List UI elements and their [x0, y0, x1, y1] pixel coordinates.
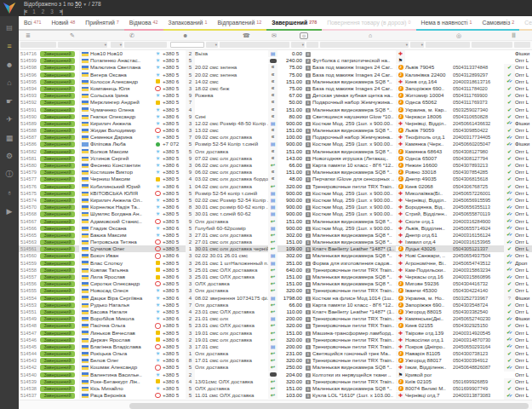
- order-row[interactable]: 514592ЗавершенийМерклингер Андрей+380 57…: [19, 99, 532, 106]
- order-row[interactable]: 514551ЗавершенийБасова Наталя✳+380 5423.…: [19, 308, 532, 315]
- order-row[interactable]: 514716ЗавершенийНов10 Нов10✳+380 52Вьіза…: [19, 50, 532, 57]
- order-row[interactable]: 514595ЗавершенийКолосок Александр+380 62…: [19, 78, 532, 85]
- order-row[interactable]: 514575ЗавершенийКВІТОВСЬКА ЮЛІЯ+380 55Ро…: [19, 190, 532, 197]
- order-row[interactable]: 514596ЗавершенийВегера Оксана✳+380 5520.…: [19, 72, 532, 78]
- tab-2[interactable]: Прийнятий7: [80, 16, 123, 31]
- order-row[interactable]: 514570ЗавершенийКорнелюк Надія Та..✳+380…: [19, 204, 532, 210]
- stats-icon[interactable]: ▦: [0, 129, 19, 147]
- page-2-button[interactable]: 2: [42, 9, 45, 14]
- first-page-button[interactable]: |«: [24, 9, 26, 14]
- order-row[interactable]: 514566ЗавершенийГладик Оксана✳+380 65Гол…: [19, 225, 532, 232]
- order-row[interactable]: 514542ЗавершенийКошмак Александр+380 55О…: [19, 364, 532, 371]
- integrations-icon[interactable]: ♁: [0, 184, 19, 203]
- column-filter-select[interactable]: [220, 42, 289, 48]
- order-row[interactable]: 514544ЗавершенийРокіцька Ольга✳+380 51Ол…: [19, 350, 532, 357]
- phone-filter-input[interactable]: [170, 42, 204, 48]
- window-icon[interactable]: ▤: [0, 19, 19, 37]
- column-filter-select[interactable]: [426, 42, 470, 48]
- order-row[interactable]: 514589ЗавершенийКирилич Анжела✳+380 5312…: [19, 120, 532, 127]
- tab-7[interactable]: Повернення товару (в дорозі)0: [322, 16, 415, 31]
- order-status: Завершений: [40, 190, 79, 197]
- page-size-dropdown[interactable]: 50: [75, 1, 81, 8]
- order-row[interactable]: 514576ЗавершенийКобилинський Юрий✳+380 6…: [19, 183, 532, 190]
- column-filter-select[interactable]: ▾: [410, 42, 424, 48]
- order-row[interactable]: 514582ЗавершенийВолков Максим✳+380 55Олх…: [19, 148, 532, 155]
- scrollbar-thumb[interactable]: [129, 403, 529, 409]
- order-row[interactable]: 514549ЗавершенийВоробйов Микола✳+380 622…: [19, 315, 532, 322]
- order-row[interactable]: 514593ЗавершенийСольська Ірина✳+380 59Ро…: [19, 92, 532, 99]
- order-row[interactable]: 514554ЗавершенийДацюк Віра Сергіївна✳+38…: [19, 295, 532, 302]
- order-row[interactable]: 514567ЗавершенийАдамовский Станис..+380 …: [19, 218, 532, 225]
- order-row[interactable]: 514581ЗавершенийУстинов Сергей✳+380 5907…: [19, 155, 532, 162]
- order-row[interactable]: 514538ЗавершенийКісь Михайло✳+380 55ОЛХ …: [19, 385, 532, 392]
- order-row[interactable]: 514587ЗавершенийСеменюк Дарина✳+380 5709…: [19, 134, 532, 141]
- order-row[interactable]: 514555ЗавершенийНовосад Олеся✳+380 53Олх…: [19, 287, 532, 294]
- order-row[interactable]: 514568ЗавершенийШумляс Богдана Ан..✳+380…: [19, 210, 532, 217]
- order-row[interactable]: 514560ЗавершенийБокоч Иван+380 6302.02 3…: [19, 252, 532, 259]
- bank-icon[interactable]: ⌂: [0, 74, 19, 93]
- quantity-cell: 1: [304, 190, 312, 197]
- quantity-cell: 1: [304, 280, 312, 287]
- column-filter-select[interactable]: ▾: [320, 42, 409, 48]
- quantity-badge: 1: [306, 142, 311, 147]
- order-row[interactable]: 514539ЗавершенийРоке-Бетанкурт Лін..+380…: [19, 378, 532, 385]
- order-row[interactable]: 514577ЗавершенийЧерниш Максим+380 5403.0…: [19, 176, 532, 182]
- order-row[interactable]: 514537ЗавершенийРаца Вероніка+380 5511.0…: [19, 392, 532, 399]
- order-row[interactable]: 514558ЗавершенийКовпак Татьяна+380 5525.…: [19, 267, 532, 274]
- tab-3[interactable]: Відмова42: [124, 16, 163, 31]
- order-row[interactable]: 514588ЗавершенийЖидак Володимир+380 6313…: [19, 127, 532, 134]
- tab-9[interactable]: Самовивіз2: [477, 16, 519, 31]
- column-filter-select[interactable]: [124, 42, 167, 48]
- column-filter-select[interactable]: [306, 42, 318, 48]
- tab-zavershenyi-active[interactable]: Завершений278: [266, 16, 322, 31]
- order-row[interactable]: 514565ЗавершенийБаюка Максим✳+380 5327.0…: [19, 232, 532, 239]
- order-row[interactable]: 514591ЗавершенийЧумаченко Олена✳+380 54«…: [19, 107, 532, 113]
- order-row[interactable]: 514563ЗавершенийПетровська Тетяна+380 52…: [19, 239, 532, 245]
- tab-1[interactable]: Новий48: [46, 16, 80, 31]
- column-filter-select[interactable]: ▾: [111, 42, 123, 48]
- order-row[interactable]: 514556ЗавершенийСиротюк Олександр+380 53…: [19, 280, 532, 287]
- column-filter-select[interactable]: [20, 42, 56, 48]
- order-row[interactable]: 514580ЗавершенийФесенко Константин✳+380 …: [19, 162, 532, 169]
- clients-icon[interactable]: ☻: [0, 55, 19, 74]
- column-filter-select[interactable]: ▾: [291, 42, 305, 48]
- order-row[interactable]: 514586ЗавершенийФіліпова Люба+7 0725Розм…: [19, 141, 532, 147]
- send-icon[interactable]: ✈: [0, 111, 19, 130]
- order-row[interactable]: 514574ЗавершенийКирилич Анжела Ол..✳+380…: [19, 197, 532, 204]
- info-icon[interactable]: ⓘ: [0, 165, 19, 184]
- settings-icon[interactable]: ⚙: [0, 147, 19, 166]
- app-logo-icon[interactable]: [3, 2, 16, 14]
- order-row[interactable]: 514557ЗавершенийЛила Ярослав+380 6325.01…: [19, 274, 532, 280]
- payments-icon[interactable]: ☛: [0, 92, 19, 111]
- order-row[interactable]: 514547ЗавершенийЛиньков Вячеслав+380 531…: [19, 330, 532, 337]
- order-row[interactable]: 514598ЗавершенийМалютина Светлана✳+380 5…: [19, 64, 532, 71]
- order-row[interactable]: 514553ЗавершенийРудько Наталья✳+380 57Ол…: [19, 302, 532, 308]
- last-page-button[interactable]: »|: [60, 9, 62, 14]
- page-1-button[interactable]: 1: [32, 9, 36, 14]
- video-icon[interactable]: ▶: [0, 202, 19, 221]
- payment-cell: ▤: [268, 120, 277, 127]
- column-filter-select[interactable]: ▾: [206, 42, 218, 48]
- column-filter-select[interactable]: ▾: [58, 42, 107, 48]
- column-filter-select[interactable]: [472, 42, 512, 48]
- order-row[interactable]: 514548ЗавершенийПасічна Ольга+380 5523.0…: [19, 322, 532, 329]
- order-row[interactable]: 514590ЗавершенийГнатюк Олександр✳+380 69…: [19, 113, 532, 120]
- order-row[interactable]: 514540ЗавершенийВалентина Василье..✳+380…: [19, 372, 532, 378]
- horizontal-scrollbar[interactable]: [19, 400, 532, 409]
- order-row[interactable]: 514599ЗавершенийПотапенко Анастас..✳+380…: [19, 57, 532, 64]
- order-row[interactable]: 514546ЗавершенийДеркач Ярослав+380 6219.…: [19, 337, 532, 343]
- tab-8[interactable]: Нема в наявності1: [416, 16, 478, 31]
- tab-0[interactable]: Всі471: [19, 16, 46, 31]
- tab-10[interactable]: Сервіси0: [519, 16, 532, 31]
- order-row[interactable]: 514545ЗавершенийБлагінна Владіслава+380 …: [19, 343, 532, 350]
- page-3-button[interactable]: 3: [50, 9, 54, 14]
- order-row[interactable]: 514543ЗавершенийБелов Олег✳+380 6817.01 …: [19, 357, 532, 364]
- order-row[interactable]: 514579ЗавершенийКостишин Виктор✳+380 590…: [19, 169, 532, 176]
- order-row[interactable]: 514594ЗавершенийКомпанець Юля+380 5318.0…: [19, 85, 532, 92]
- tab-4[interactable]: Запакований1: [163, 16, 213, 31]
- order-row[interactable]: 514559ЗавершенийВлас Слотюу+380 5326.01 …: [19, 260, 532, 267]
- tab-5[interactable]: Відправлений12: [212, 16, 266, 31]
- orders-icon[interactable]: ≡: [0, 37, 19, 56]
- order-row[interactable]: 514561ЗавершенийСучилов Олег+380 5130.01…: [19, 245, 532, 252]
- column-filter-select[interactable]: [514, 42, 530, 48]
